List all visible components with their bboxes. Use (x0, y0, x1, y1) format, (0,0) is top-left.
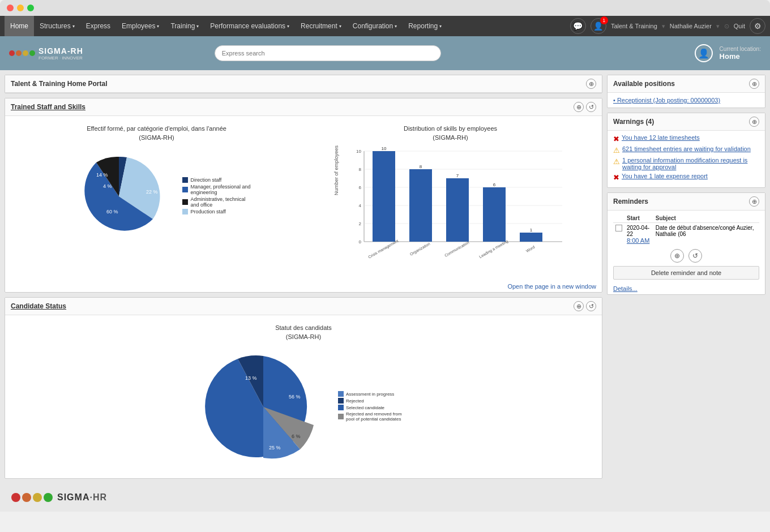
warning-link-3[interactable]: 1 personal information modification requ… (622, 157, 759, 170)
svg-text:6: 6 (358, 185, 361, 190)
svg-text:7: 7 (456, 173, 459, 178)
candidate-status-icons: ⊕ ↺ (574, 301, 596, 311)
svg-text:14 %: 14 % (96, 172, 108, 178)
candidate-legend-color-2 (338, 398, 344, 404)
candidate-chart-area: Statut des candidats (SIGMA-RH) (5, 315, 602, 478)
main-layout: Talent & Training Home Portal ⊕ Trained … (0, 70, 770, 483)
portal-expand-btn[interactable]: ⊕ (586, 79, 596, 89)
reminder-date: 2020-04-22 (627, 225, 651, 237)
reminder-date-cell: 2020-04-22 8:00 AM (624, 223, 653, 246)
warning-icon-2: ⚠ (613, 146, 620, 155)
chat-icon[interactable]: 💬 (570, 18, 586, 34)
user-icon[interactable]: 👤 1 (591, 18, 606, 34)
quit-label[interactable]: Quit (734, 23, 745, 29)
chevron-down-icon: ▾ (157, 24, 159, 29)
portal-panel-icons: ⊕ (586, 79, 596, 89)
nav-configuration[interactable]: Configuration ▾ (347, 16, 403, 36)
available-positions-panel: Available positions ⊕ • Receptionist (Jo… (607, 75, 765, 108)
reminder-subject-cell: Date de début d'absence/congé Auzier, Na… (653, 223, 759, 246)
legend-label-3: Administrative, technicaland office (190, 196, 245, 208)
close-dot[interactable] (7, 5, 14, 11)
receptionist-link[interactable]: • Receptionist (Job posting: 00000003) (613, 97, 720, 104)
bar-chart-container: Distribution of skills by employees (SIG… (308, 125, 593, 272)
nav-reporting[interactable]: Reporting ▾ (403, 16, 447, 36)
available-positions-expand-btn[interactable]: ⊕ (749, 79, 759, 89)
settings-icon[interactable]: ⚙ (750, 18, 765, 34)
reminder-checkbox[interactable] (615, 225, 622, 231)
reminder-subject: Date de début d'absence/congé Auzier, Na… (656, 225, 754, 237)
available-positions-content: • Receptionist (Job posting: 00000003) (608, 93, 765, 108)
nav-home[interactable]: Home (5, 16, 34, 36)
candidate-legend-color-4 (338, 414, 344, 419)
minimize-dot[interactable] (17, 5, 24, 11)
candidate-status-panel: Candidate Status ⊕ ↺ Statut des candidat… (5, 297, 602, 479)
candidate-legend-label-3: Selected candidate (346, 405, 384, 410)
delete-reminder-btn[interactable]: Delete reminder and note (613, 266, 759, 280)
logo-area: SIGMA-RH FORMER · INNOVER (9, 46, 83, 61)
header-bar: SIGMA-RH FORMER · INNOVER 👤 Current loca… (0, 36, 770, 70)
svg-text:8: 8 (419, 164, 422, 169)
candidate-pie-wrapper: 56 % 13 % 6 % 25 % Assessment in progres… (195, 345, 412, 469)
window-chrome (0, 0, 770, 16)
warning-3: ⚠ 1 personal information modification re… (613, 157, 759, 170)
bar-chart-title: Distribution of skills by employees (404, 125, 497, 132)
nav-training[interactable]: Training ▾ (165, 16, 204, 36)
trained-staff-icons: ⊕ ↺ (574, 102, 596, 112)
footer-logo-circles (11, 493, 53, 502)
nav-structures[interactable]: Structures ▾ (34, 16, 80, 36)
legend-item-2: Manager, professional andengineering (182, 184, 250, 195)
user-label: Nathalie Auzier (670, 23, 712, 29)
candidate-legend-label-2: Rejected (346, 398, 364, 404)
bar-chart-with-axis: Number of employees (333, 145, 568, 272)
reminder-add-btn[interactable]: ⊕ (670, 249, 684, 263)
left-content: Talent & Training Home Portal ⊕ Trained … (5, 75, 602, 479)
portal-title: Talent & Training Home Portal (11, 80, 107, 88)
chevron-down-icon: ▾ (339, 24, 341, 29)
candidate-expand-btn[interactable]: ⊕ (574, 301, 584, 311)
footer: SIGMA·HR (0, 483, 770, 512)
reminders-expand-btn[interactable]: ⊕ (749, 196, 759, 207)
error-icon-1: ✖ (613, 135, 619, 143)
nav-express[interactable]: Express (80, 16, 116, 36)
svg-text:6 %: 6 % (292, 434, 301, 439)
svg-rect-21 (409, 169, 432, 242)
reminders-details-link[interactable]: Details... (608, 283, 765, 294)
reminders-content: Start Subject (608, 211, 765, 283)
nav-performance[interactable]: Performance evaluations ▾ (204, 16, 295, 36)
trained-refresh-btn[interactable]: ↺ (586, 102, 596, 112)
open-new-window-link[interactable]: Open the page in a new window (5, 281, 602, 292)
reminder-edit-btn[interactable]: ↺ (688, 249, 702, 263)
location-label: Current location: (720, 46, 761, 52)
reminder-time[interactable]: 8:00 AM (627, 237, 649, 244)
warnings-header: Warnings (4) ⊕ (608, 113, 765, 131)
warnings-panel: Warnings (4) ⊕ ✖ You have 12 late timesh… (607, 113, 765, 188)
warning-4: ✖ You have 1 late expense report (613, 173, 759, 182)
warning-link-1[interactable]: You have 12 late timesheets (622, 134, 700, 141)
footer-circle-red (11, 493, 20, 502)
pie-chart-1-container: Effectif formé, par catégorie d'emploi, … (14, 125, 299, 247)
svg-text:25 %: 25 % (269, 445, 281, 451)
svg-text:6: 6 (493, 182, 495, 187)
search-input[interactable] (215, 45, 441, 61)
trained-expand-btn[interactable]: ⊕ (574, 102, 584, 112)
maximize-dot[interactable] (27, 5, 34, 11)
bar-chart-svg: 0 2 4 6 8 10 10 Crisis management (341, 145, 568, 270)
pie-chart-1-svg: 4 % 22 % 60 % 14 % (62, 145, 176, 247)
top-nav: Home Structures ▾ Express Employees ▾ Tr… (0, 16, 770, 36)
warnings-expand-btn[interactable]: ⊕ (749, 117, 759, 127)
logo-circle-orange (16, 50, 22, 56)
bar-chart-subtitle: (SIGMA-RH) (433, 134, 468, 141)
candidate-refresh-btn[interactable]: ↺ (586, 301, 596, 311)
warning-link-2[interactable]: 621 timesheet entries are waiting for va… (622, 145, 751, 152)
logo-circle-red (9, 50, 15, 56)
svg-rect-27 (483, 187, 506, 242)
nav-employees[interactable]: Employees ▾ (116, 16, 165, 36)
reminder-checkbox-cell (613, 223, 624, 246)
footer-circle-yellow (33, 493, 42, 502)
warning-link-4[interactable]: You have 1 late expense report (622, 173, 708, 179)
candidate-legend-color-1 (338, 391, 344, 397)
reminder-col-start: Start (624, 214, 653, 223)
legend-color-2 (182, 187, 188, 192)
candidate-legend-color-3 (338, 405, 344, 410)
nav-recruitment[interactable]: Recruitment ▾ (295, 16, 347, 36)
